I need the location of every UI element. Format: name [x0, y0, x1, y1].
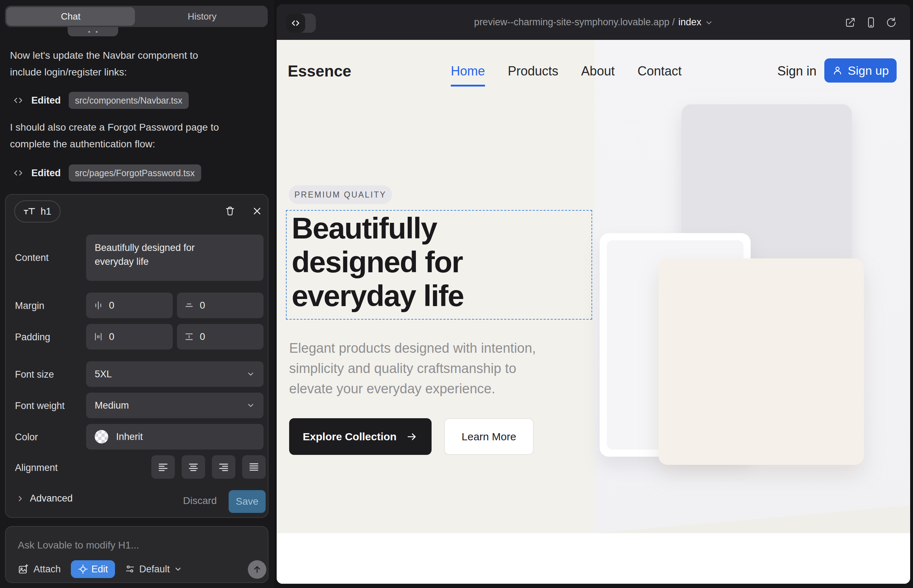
margin-x-input[interactable]: 0: [86, 292, 173, 318]
padding-label: Padding: [15, 332, 50, 343]
padding-x-icon: [93, 332, 103, 342]
selection-outline: Beautifully designed for everyday life: [286, 210, 592, 320]
alignment-label: Alignment: [15, 462, 58, 473]
site-preview: Essence Home Products About Contact Sign…: [277, 40, 910, 584]
nav-link-contact[interactable]: Contact: [638, 64, 682, 79]
edit-mode-pill[interactable]: Edit: [71, 560, 115, 578]
chevron-down-icon: [705, 19, 713, 27]
padding-y-icon: [184, 332, 194, 342]
active-nav-underline: [451, 85, 485, 87]
padding-y-input[interactable]: 0: [177, 324, 264, 349]
type-icon: [24, 206, 36, 217]
section-below-hero: [277, 533, 910, 584]
chevron-down-icon: [246, 401, 255, 410]
chevron-down-icon: [174, 565, 182, 573]
edited-label: Edited: [31, 168, 61, 179]
site-logo[interactable]: Essence: [288, 62, 351, 80]
code-icon: [13, 95, 24, 106]
chat-input[interactable]: Ask Lovable to modify H1...: [18, 540, 139, 551]
nav-link-home[interactable]: Home: [451, 64, 485, 79]
element-editor-panel: h1 Content Beautifully designed for ever…: [5, 194, 269, 518]
discard-button[interactable]: Discard: [183, 495, 217, 507]
learn-more-button[interactable]: Learn More: [444, 418, 534, 455]
decorative-card-cream: [659, 258, 864, 465]
close-icon[interactable]: [249, 203, 265, 219]
mode-selector[interactable]: Default: [125, 564, 182, 575]
premium-quality-badge: PREMIUM QUALITY: [289, 186, 392, 204]
truncated-chip[interactable]: [68, 27, 118, 36]
delete-element-button[interactable]: [222, 203, 238, 219]
refresh-icon[interactable]: [885, 16, 897, 29]
content-input[interactable]: Beautifully designed for everyday life: [86, 234, 264, 281]
chat-sidebar: Chat History Now let's update the Navbar…: [0, 0, 274, 588]
sign-in-link[interactable]: Sign in: [777, 64, 816, 79]
attach-button[interactable]: Attach: [34, 564, 61, 575]
file-chip[interactable]: src/components/Navbar.tsx: [69, 92, 189, 109]
user-icon: [832, 65, 843, 76]
margin-y-input[interactable]: 0: [177, 292, 264, 318]
sidebar-tabbar: Chat History: [5, 6, 268, 27]
assistant-message: I should also create a Forgot Password p…: [10, 119, 266, 152]
site-nav: Home Products About Contact: [451, 64, 682, 79]
save-button[interactable]: Save: [228, 490, 265, 513]
margin-label: Margin: [15, 300, 45, 312]
align-justify-button[interactable]: [242, 455, 265, 479]
content-label: Content: [15, 252, 49, 263]
preview-frame: preview--charming-site-symphony.lovable.…: [277, 4, 910, 584]
code-icon: [286, 13, 305, 33]
edited-file-row: Edited src/components/Navbar.tsx: [13, 91, 189, 110]
crosshair-icon: [78, 564, 88, 574]
edited-file-row: Edited src/pages/ForgotPassword.tsx: [13, 164, 201, 182]
chat-composer[interactable]: Ask Lovable to modify H1... Attach Edit …: [5, 526, 269, 583]
align-right-button[interactable]: [212, 455, 235, 479]
element-tag: h1: [40, 206, 51, 217]
hero-heading[interactable]: Beautifully designed for everyday life: [291, 212, 520, 313]
align-center-button[interactable]: [181, 455, 205, 479]
margin-x-icon: [93, 300, 103, 310]
code-view-toggle[interactable]: [286, 13, 316, 33]
explore-collection-button[interactable]: Explore Collection: [289, 418, 432, 455]
send-button[interactable]: [248, 560, 266, 579]
nav-link-about[interactable]: About: [581, 64, 615, 79]
element-type-badge: h1: [14, 200, 60, 223]
font-size-select[interactable]: 5XL: [86, 361, 264, 387]
assistant-message: Now let's update the Navbar component to…: [10, 47, 266, 81]
sign-up-button[interactable]: Sign up: [824, 58, 897, 82]
nav-link-products[interactable]: Products: [508, 64, 558, 79]
sliders-icon: [125, 564, 135, 574]
file-chip[interactable]: src/pages/ForgotPassword.tsx: [69, 165, 201, 181]
font-weight-select[interactable]: Medium: [86, 393, 264, 418]
font-weight-label: Font weight: [15, 401, 65, 412]
arrow-right-icon: [406, 431, 418, 442]
padding-x-input[interactable]: 0: [86, 324, 173, 349]
hero-paragraph: Elegant products designed with intention…: [289, 338, 574, 399]
chevron-down-icon: [246, 370, 255, 378]
preview-toolbar: preview--charming-site-symphony.lovable.…: [277, 4, 910, 40]
align-left-button[interactable]: [151, 455, 175, 479]
color-swatch: [95, 430, 108, 444]
tab-history[interactable]: History: [138, 7, 266, 26]
tab-chat[interactable]: Chat: [6, 7, 135, 26]
attach-icon: [18, 564, 29, 575]
chevron-right-icon: [16, 495, 24, 502]
open-external-icon[interactable]: [844, 16, 856, 29]
margin-y-icon: [184, 300, 194, 310]
mobile-view-icon[interactable]: [865, 16, 877, 29]
preview-url[interactable]: preview--charming-site-symphony.lovable.…: [277, 4, 910, 40]
color-select[interactable]: Inherit: [86, 424, 264, 449]
font-size-label: Font size: [15, 369, 54, 380]
color-label: Color: [15, 432, 38, 443]
code-icon: [13, 168, 24, 178]
advanced-toggle[interactable]: Advanced: [16, 493, 73, 504]
edited-label: Edited: [31, 95, 61, 106]
